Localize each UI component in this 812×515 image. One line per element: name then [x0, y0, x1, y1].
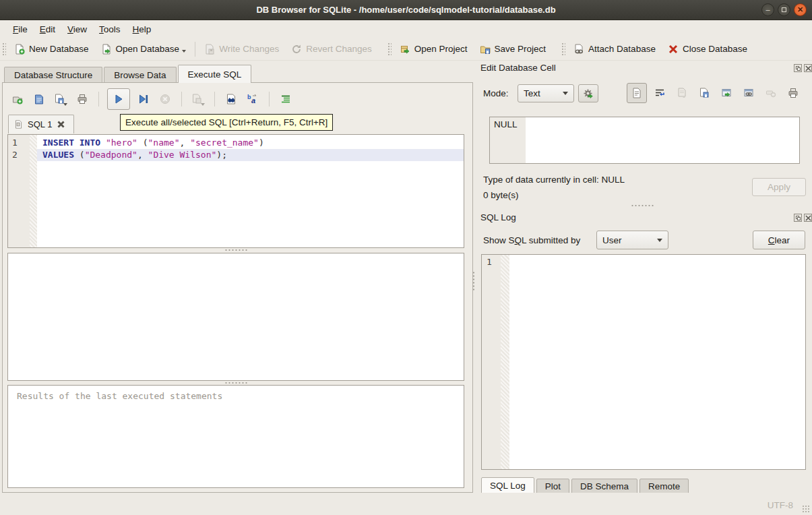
text-mode-toggle[interactable]: [627, 83, 647, 103]
maximize-button[interactable]: [778, 3, 790, 16]
encoding-indicator: UTF-8: [768, 500, 793, 510]
text-doc-icon: [631, 88, 642, 98]
open-file-icon: [34, 94, 44, 104]
print-icon: [788, 88, 799, 98]
open-database-button[interactable]: Open Database: [95, 41, 193, 57]
sql-line-2: VALUES ("Deadpond", "Dive Wilson");: [37, 149, 464, 161]
set-null-icon: [766, 88, 776, 98]
close-tab-icon[interactable]: [57, 120, 65, 129]
set-null-button[interactable]: [761, 83, 781, 103]
link-icon: [743, 88, 754, 98]
dock-tab-bar: SQL Log Plot DB Schema Remote: [481, 477, 691, 494]
save-results-dropdown-icon[interactable]: [201, 103, 205, 106]
clear-log-button[interactable]: Clear: [753, 231, 805, 249]
format-sql-button[interactable]: [278, 90, 294, 108]
save-sql-file-button[interactable]: [53, 90, 69, 108]
find-icon: [226, 94, 237, 104]
svg-text:a: a: [251, 96, 255, 104]
menubar: File Edit View Tools Help: [0, 20, 812, 38]
save-sql-dropdown-icon[interactable]: [63, 103, 67, 106]
app-window: DB Browser for SQLite - /home/user/code/…: [0, 0, 812, 515]
print-cell-button[interactable]: [783, 83, 803, 103]
new-database-button[interactable]: New Database: [8, 41, 95, 57]
write-changes-button[interactable]: Write Changes: [198, 41, 285, 57]
resize-grip[interactable]: [802, 505, 810, 513]
execute-current-line-button[interactable]: [135, 90, 152, 108]
tab-browse-data[interactable]: Browse Data: [104, 67, 176, 83]
open-sql-file-button[interactable]: [31, 90, 47, 108]
open-in-external-button[interactable]: [716, 83, 737, 103]
find-button[interactable]: [223, 90, 239, 108]
new-sql-tab-button[interactable]: [9, 90, 26, 108]
cell-type-info: Type of data currently in cell: NULL: [483, 175, 625, 185]
save-results-button[interactable]: [190, 90, 206, 108]
sql-editor[interactable]: 1 2 INSERT INTO "hero" ("name", "secret_…: [7, 134, 464, 248]
open-database-dropdown-icon[interactable]: [182, 50, 186, 53]
close-button[interactable]: ✕: [794, 3, 807, 16]
cell-value: NULL: [490, 117, 526, 163]
mode-select[interactable]: Text: [518, 84, 574, 102]
stop-execution-button[interactable]: [157, 90, 173, 108]
word-wrap-button[interactable]: [650, 83, 670, 103]
new-database-icon: [14, 44, 25, 55]
menu-file[interactable]: File: [7, 23, 34, 36]
find-replace-button[interactable]: ba: [245, 90, 261, 108]
cell-value-editor[interactable]: NULL: [489, 117, 800, 164]
fold-margin: [30, 135, 37, 247]
menu-help[interactable]: Help: [127, 23, 158, 36]
import-icon: [677, 88, 687, 98]
log-fold-margin: [501, 255, 509, 469]
execute-line-icon: [138, 94, 149, 104]
chevron-down-icon: [563, 92, 568, 95]
tab-database-structure[interactable]: Database Structure: [4, 67, 102, 83]
export-cell-button[interactable]: [694, 83, 714, 103]
float-dock-icon[interactable]: [794, 214, 802, 222]
sql-doc-icon: [14, 120, 23, 129]
word-wrap-icon: [654, 88, 665, 98]
statusbar: UTF-8: [0, 493, 812, 515]
dock-tab-sql-log[interactable]: SQL Log: [481, 477, 534, 494]
menu-edit[interactable]: Edit: [34, 23, 61, 36]
minimize-button[interactable]: –: [761, 3, 774, 16]
dock-tab-plot[interactable]: Plot: [536, 479, 569, 494]
tab-execute-sql[interactable]: Execute SQL: [178, 65, 252, 83]
auto-apply-button[interactable]: [578, 84, 598, 102]
results-placeholder: Results of the last executed statements: [8, 386, 464, 401]
print-sql-button[interactable]: [74, 90, 90, 108]
close-database-button[interactable]: Close Database: [662, 41, 753, 57]
close-dock-icon[interactable]: [804, 214, 812, 222]
revert-changes-button[interactable]: Revert Changes: [285, 41, 378, 57]
splitter-handle[interactable]: [224, 249, 247, 252]
log-filter-select[interactable]: User: [596, 231, 668, 249]
sql-doc-tab[interactable]: SQL 1: [8, 115, 74, 133]
chevron-down-icon: [657, 239, 662, 242]
float-dock-icon[interactable]: [794, 64, 802, 72]
open-project-button[interactable]: Open Project: [394, 41, 474, 57]
close-dock-icon[interactable]: [804, 64, 812, 72]
menu-view[interactable]: View: [61, 23, 93, 36]
dock-splitter-handle[interactable]: [631, 204, 654, 208]
sql-line-1: INSERT INTO "hero" ("name", "secret_name…: [37, 137, 464, 149]
sql-log-title: SQL Log: [480, 212, 516, 222]
save-project-button[interactable]: Save Project: [474, 41, 553, 57]
attach-database-button[interactable]: Attach Database: [567, 41, 662, 57]
revert-changes-icon: [291, 44, 302, 55]
menu-tools[interactable]: Tools: [93, 23, 127, 36]
dock-tab-db-schema[interactable]: DB Schema: [571, 479, 637, 494]
window-title: DB Browser for SQLite - /home/user/code/…: [256, 5, 555, 15]
panel-splitter-handle[interactable]: [472, 271, 476, 291]
code-area[interactable]: INSERT INTO "hero" ("name", "secret_name…: [37, 135, 464, 247]
toolbar-grip[interactable]: [387, 42, 392, 56]
import-cell-button[interactable]: [672, 83, 692, 103]
toolbar-grip[interactable]: [561, 42, 565, 56]
execute-tooltip: Execute all/selected SQL [Ctrl+Return, F…: [120, 114, 333, 131]
results-message-pane: Results of the last executed statements: [7, 385, 464, 488]
sql-log-view[interactable]: 1: [481, 254, 806, 470]
copy-link-button[interactable]: [739, 83, 759, 103]
dock-tab-remote[interactable]: Remote: [639, 479, 689, 494]
execute-sql-button[interactable]: [107, 88, 130, 110]
toolbar-grip[interactable]: [2, 42, 6, 56]
line-number-gutter: 1 2: [8, 135, 30, 247]
apply-button[interactable]: Apply: [752, 178, 806, 196]
write-changes-icon: [204, 44, 215, 55]
